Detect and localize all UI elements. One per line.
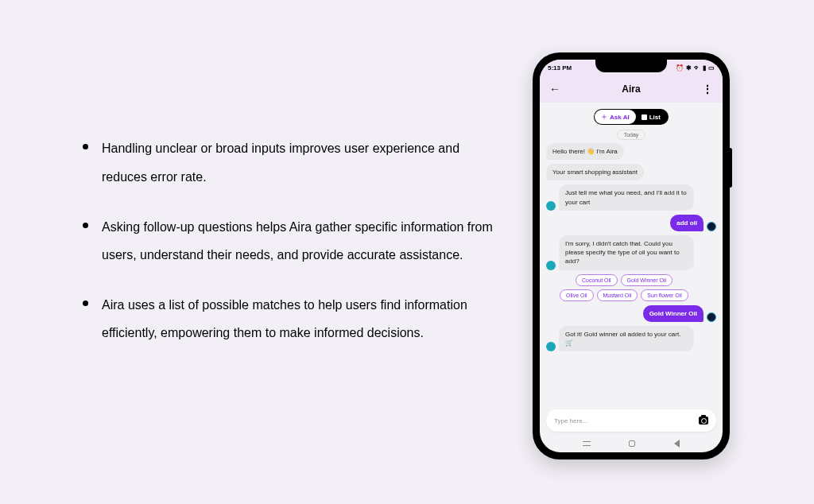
- phone-screen: 5:13 PM ⏰ ✱ ᯤ ▮ ▭ ← Aira ⋮ Ask AI: [540, 60, 723, 452]
- signal-icon: ▮: [703, 64, 706, 72]
- nav-back-button[interactable]: [674, 440, 680, 448]
- bluetooth-icon: ✱: [686, 64, 692, 72]
- bullet-list: Handling unclear or broad inputs improve…: [79, 134, 496, 347]
- ai-message: I'm sorry, I didn't catch that. Could yo…: [559, 235, 694, 270]
- ai-avatar: [546, 261, 556, 270]
- chat-input-placeholder: Type here...: [554, 417, 699, 425]
- ai-avatar: [546, 342, 556, 351]
- ai-message-row: Just tell me what you need, and I'll add…: [546, 184, 716, 210]
- android-nav-bar: [540, 435, 723, 452]
- battery-icon: ▭: [708, 64, 715, 72]
- feature-bullets-panel: Handling unclear or broad inputs improve…: [0, 134, 528, 369]
- chip-gold-winner-oil[interactable]: Gold Winner Oil: [621, 274, 673, 286]
- tab-ask-ai[interactable]: Ask AI: [595, 110, 636, 124]
- bullet-item: Asking follow-up questions helps Aira ga…: [79, 213, 496, 269]
- ai-message-row: Got it! Gold winner oil added to your ca…: [546, 326, 716, 351]
- ai-message-row: Your smart shopping assistant: [546, 164, 716, 180]
- back-button[interactable]: ←: [549, 83, 560, 95]
- chip-sunflower-oil[interactable]: Sun flower Oil: [641, 289, 688, 301]
- bullet-item: Handling unclear or broad inputs improve…: [79, 134, 496, 190]
- segmented-control-row: Ask AI List: [540, 103, 723, 128]
- ai-message: Hello there! 👋 I'm Aira: [546, 143, 624, 160]
- status-icons: ⏰ ✱ ᯤ ▮ ▭: [676, 64, 715, 72]
- bullet-item: Aira uses a list of possible matches to …: [79, 291, 496, 347]
- camera-icon[interactable]: [699, 417, 708, 425]
- phone-mockup: 5:13 PM ⏰ ✱ ᯤ ▮ ▭ ← Aira ⋮ Ask AI: [528, 52, 735, 459]
- ai-message-row: I'm sorry, I didn't catch that. Could yo…: [546, 235, 716, 270]
- ai-message: Got it! Gold winner oil added to your ca…: [559, 326, 694, 351]
- user-avatar: [707, 222, 716, 231]
- wifi-icon: ᯤ: [694, 64, 700, 72]
- user-message-row: Gold Winner Oil: [546, 305, 716, 322]
- more-menu-button[interactable]: ⋮: [702, 87, 713, 92]
- suggestion-chips: Coconut Oil Gold Winner Oil Olive Oil Mu…: [546, 274, 689, 301]
- chip-mustard-oil[interactable]: Mustard Oil: [597, 289, 638, 301]
- user-message: Gold Winner Oil: [643, 305, 704, 322]
- segmented-control: Ask AI List: [594, 109, 669, 125]
- chat-area: Hello there! 👋 I'm Aira Your smart shopp…: [540, 143, 723, 405]
- alarm-icon: ⏰: [676, 64, 684, 72]
- user-avatar: [707, 312, 716, 322]
- list-icon: [642, 114, 647, 120]
- tab-list[interactable]: List: [637, 109, 669, 125]
- user-message: add oil: [670, 215, 704, 231]
- chat-input[interactable]: Type here...: [546, 409, 716, 432]
- sparkle-icon: [601, 114, 607, 120]
- ai-avatar: [546, 201, 556, 211]
- nav-recent-button[interactable]: [583, 441, 591, 446]
- chip-olive-oil[interactable]: Olive Oil: [560, 289, 593, 301]
- chip-coconut-oil[interactable]: Coconut Oil: [576, 274, 618, 286]
- user-message-row: add oil: [546, 215, 716, 231]
- tab-ask-ai-label: Ask AI: [610, 114, 630, 121]
- ai-message-row: Hello there! 👋 I'm Aira: [546, 143, 716, 160]
- app-title: Aira: [622, 83, 640, 95]
- ai-message: Your smart shopping assistant: [546, 164, 644, 180]
- status-time: 5:13 PM: [548, 64, 572, 72]
- tab-list-label: List: [649, 114, 661, 121]
- date-pill: Today: [617, 130, 646, 140]
- nav-home-button[interactable]: [629, 440, 635, 447]
- phone-frame: 5:13 PM ⏰ ✱ ᯤ ▮ ▭ ← Aira ⋮ Ask AI: [533, 52, 730, 459]
- phone-notch: [595, 60, 667, 72]
- app-header: ← Aira ⋮: [540, 76, 723, 103]
- ai-message: Just tell me what you need, and I'll add…: [559, 184, 694, 210]
